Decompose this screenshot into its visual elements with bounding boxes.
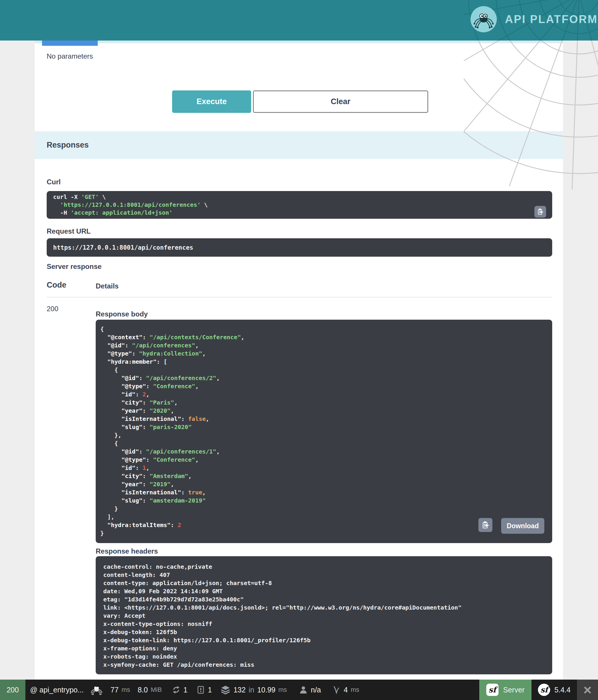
twig-icon [332, 685, 341, 694]
section-header-strip [35, 41, 563, 43]
symfony-profiler-toolbar: 200 @ api_entrypo... 77 ms 8.0 MiB 1 1 1… [0, 680, 598, 700]
logs-book-icon [196, 685, 205, 694]
api-platform-page: API PLATFORM No parameters Execute Clear… [0, 0, 598, 700]
cancel-button-clipped[interactable] [42, 41, 98, 46]
code-column-header: Code [47, 281, 67, 290]
server-label: Server [503, 686, 525, 694]
copy-response-button[interactable] [478, 518, 492, 532]
toolbar-symfony-version[interactable]: sf 5.4.4 [531, 680, 577, 700]
response-status-code: 200 [47, 305, 58, 313]
table-divider [47, 297, 552, 298]
symfony-logo-square: sf [486, 684, 499, 696]
app-header: API PLATFORM [0, 0, 598, 41]
toolbar-right-cluster: sf Server sf 5.4.4 × [479, 680, 598, 700]
server-response-label: Server response [47, 262, 101, 271]
response-body-label: Response body [96, 310, 148, 318]
no-parameters-text: No parameters [47, 52, 93, 60]
route-label: @ api_entrypo... [30, 686, 84, 694]
toolbar-status-badge[interactable]: 200 [0, 680, 25, 700]
curl-label: Curl [47, 178, 61, 186]
toolbar-close-button[interactable]: × [577, 680, 598, 700]
toolbar-twig[interactable]: 4 ms [332, 685, 359, 694]
toolbar-route[interactable]: @ api_entrypo... [30, 686, 84, 694]
symfony-logo-circle: sf [538, 684, 550, 696]
copy-curl-button[interactable] [534, 206, 546, 218]
logo-circle [471, 6, 497, 32]
response-headers-block: cache-control: no-cache,private content-… [96, 556, 552, 674]
response-headers-label: Response headers [96, 547, 158, 555]
request-url-label: Request URL [47, 227, 91, 235]
responses-section-header: Responses [35, 131, 563, 159]
db-time: 10.99 [257, 686, 276, 694]
download-button[interactable]: Download [501, 518, 544, 534]
spider-mascot-icon [91, 684, 102, 696]
toolbar-mascot[interactable] [91, 684, 102, 696]
logo-text: API PLATFORM [505, 13, 598, 26]
toolbar-time[interactable]: 77 ms [110, 686, 130, 694]
toolbar-security[interactable]: n/a [299, 685, 321, 695]
responses-title: Responses [47, 141, 89, 150]
clipboard-copy-icon [537, 208, 544, 215]
toolbar-ajax[interactable]: 1 [172, 685, 188, 694]
db-layers-icon [221, 685, 230, 695]
api-platform-logo: API PLATFORM [471, 6, 598, 33]
twig-time: 4 [344, 686, 348, 694]
ajax-loop-icon [172, 685, 180, 694]
db-in: in [249, 686, 254, 694]
user-icon [299, 685, 308, 695]
db-count: 132 [233, 686, 246, 694]
memory-value: 8.0 [138, 686, 148, 694]
execute-button[interactable]: Execute [172, 91, 251, 113]
db-unit: ms [278, 686, 287, 694]
request-url-value: https://127.0.0.1:8001/api/conferences [47, 238, 552, 257]
twig-unit: ms [351, 686, 359, 694]
security-value: n/a [311, 686, 321, 694]
details-column-header: Details [96, 282, 119, 290]
toolbar-server-badge[interactable]: sf Server [479, 680, 532, 700]
toolbar-database[interactable]: 132 in 10.99 ms [221, 685, 287, 695]
toolbar-logs[interactable]: 1 [196, 685, 212, 694]
response-body-json: { "@context": "/api/contexts/Conference"… [96, 320, 552, 543]
time-unit: ms [122, 686, 130, 694]
ajax-count: 1 [183, 686, 188, 694]
clipboard-copy-icon [481, 521, 490, 529]
memory-unit: MiB [151, 686, 162, 694]
curl-command-block: curl -X 'GET' \ 'https://127.0.0.1:8001/… [47, 191, 552, 219]
operation-block: No parameters Execute Clear Responses Cu… [35, 41, 563, 680]
time-value: 77 [110, 686, 119, 694]
logs-count: 1 [208, 686, 212, 694]
toolbar-memory[interactable]: 8.0 MiB [138, 686, 162, 694]
version-value: 5.4.4 [554, 686, 571, 694]
spider-mascot-icon [473, 9, 494, 29]
clear-button[interactable]: Clear [253, 91, 428, 113]
